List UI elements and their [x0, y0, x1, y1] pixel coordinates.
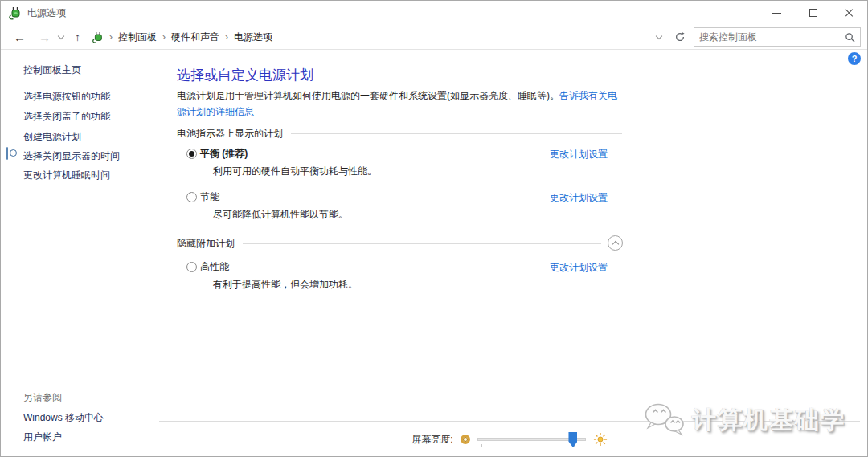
slider-tick: [481, 444, 482, 447]
plan-name-high-performance[interactable]: 高性能: [200, 260, 229, 274]
see-also-header: 另请参阅: [23, 391, 62, 405]
breadcrumb-hardware-sound[interactable]: 硬件和声音: [171, 31, 219, 44]
search-box: [694, 27, 861, 47]
chevron-up-icon: [612, 241, 618, 247]
up-button[interactable]: ↑: [68, 31, 87, 43]
radio-high-performance[interactable]: [186, 262, 197, 272]
brightness-slider[interactable]: [477, 431, 586, 447]
close-icon: [845, 8, 854, 18]
search-input[interactable]: [699, 31, 845, 43]
title-bar: 电源选项: [1, 1, 867, 25]
section-header: 电池指示器上显示的计划: [177, 127, 291, 141]
sidebar-item-display-off-time[interactable]: 选择关闭显示器的时间: [23, 149, 120, 163]
sidebar-item-lid-close[interactable]: 选择关闭盖子的功能: [23, 110, 110, 124]
breadcrumb-separator: ›: [162, 31, 166, 43]
display-timeout-icon: [6, 148, 19, 161]
window-title: 电源选项: [27, 6, 66, 20]
close-button[interactable]: [831, 1, 867, 25]
plan-desc-balanced: 利用可用的硬件自动平衡功耗与性能。: [213, 165, 377, 178]
collapse-section-button[interactable]: [608, 235, 623, 251]
power-plug-icon: [8, 6, 22, 20]
maximize-icon: [809, 9, 817, 17]
navigation-bar: ← → ↑ › 控制面板 › 硬件和声音 › 电源选项: [1, 25, 867, 50]
plan-row-power-saver: 节能: [186, 190, 219, 204]
plan-name-balanced[interactable]: 平衡 (推荐): [200, 147, 248, 161]
forward-button[interactable]: →: [32, 31, 57, 44]
maximize-button[interactable]: [795, 1, 831, 25]
history-chevron-icon[interactable]: [58, 33, 64, 39]
page-description: 电源计划是用于管理计算机如何使用电源的一套硬件和系统设置(如显示器亮度、睡眠等)…: [177, 88, 624, 120]
plan-row-balanced: 平衡 (推荐): [186, 147, 248, 161]
description-text: 电源计划是用于管理计算机如何使用电源的一套硬件和系统设置(如显示器亮度、睡眠等)…: [177, 90, 559, 101]
help-button[interactable]: ?: [848, 52, 861, 65]
breadcrumb: › 控制面板 › 硬件和声音 › 电源选项: [92, 31, 655, 44]
brightness-low-icon: [461, 435, 470, 444]
brightness-high-icon: [593, 432, 608, 447]
radio-power-saver[interactable]: [186, 192, 197, 202]
page-title: 选择或自定义电源计划: [177, 66, 313, 84]
plan-row-high-performance: 高性能: [186, 260, 229, 274]
plan-desc-power-saver: 尽可能降低计算机性能以节能。: [213, 208, 348, 222]
brightness-label: 屏幕亮度:: [411, 433, 452, 447]
sidebar-item-control-panel-home[interactable]: 控制面板主页: [23, 63, 81, 77]
radio-balanced[interactable]: [186, 149, 197, 159]
section-header: 隐藏附加计划: [177, 237, 243, 251]
address-dropdown-icon[interactable]: [656, 33, 662, 39]
sidebar-item-power-buttons[interactable]: 选择电源按钮的功能: [23, 90, 110, 104]
section-divider: [243, 243, 601, 244]
change-plan-settings-link-high-performance[interactable]: 更改计划设置: [550, 261, 608, 275]
back-button[interactable]: ←: [7, 31, 32, 44]
brightness-bar: 屏幕亮度:: [159, 421, 860, 457]
sidebar: 控制面板主页 选择电源按钮的功能 选择关闭盖子的功能 创建电源计划 选择关闭显示…: [1, 50, 176, 456]
brightness-thumb[interactable]: [568, 432, 577, 447]
breadcrumb-power-options[interactable]: 电源选项: [234, 31, 272, 44]
plan-name-power-saver[interactable]: 节能: [200, 190, 219, 204]
breadcrumb-control-panel[interactable]: 控制面板: [118, 31, 157, 44]
search-icon[interactable]: [845, 32, 855, 43]
minimize-icon: [772, 13, 781, 14]
section-hidden-plans: 隐藏附加计划: [177, 237, 601, 251]
change-plan-settings-link-power-saver[interactable]: 更改计划设置: [550, 191, 608, 205]
section-divider: [291, 133, 622, 134]
power-options-window: 电源选项 ← → ↑ › 控制面板 › 硬件和声音 › 电源选项: [0, 0, 868, 457]
main-content: 选择或自定义电源计划 电源计划是用于管理计算机如何使用电源的一套硬件和系统设置(…: [176, 50, 867, 419]
window-controls: [759, 1, 867, 25]
minimize-button[interactable]: [759, 1, 795, 25]
refresh-icon[interactable]: [674, 31, 686, 43]
sleep-icon: [6, 167, 19, 180]
breadcrumb-separator: ›: [109, 31, 113, 43]
sidebar-item-user-accounts[interactable]: 用户帐户: [23, 430, 62, 444]
plan-desc-high-performance: 有利于提高性能，但会增加功耗。: [213, 278, 358, 292]
nav-right-cluster: [655, 27, 861, 47]
sidebar-item-mobility-center[interactable]: Windows 移动中心: [23, 411, 104, 425]
sidebar-item-sleep-time[interactable]: 更改计算机睡眠时间: [23, 169, 110, 182]
breadcrumb-separator: ›: [225, 31, 228, 43]
change-plan-settings-link-balanced[interactable]: 更改计划设置: [550, 148, 608, 161]
power-plug-icon: [92, 31, 104, 43]
section-battery-plans: 电池指示器上显示的计划: [177, 127, 622, 141]
sidebar-item-create-plan[interactable]: 创建电源计划: [23, 130, 81, 144]
